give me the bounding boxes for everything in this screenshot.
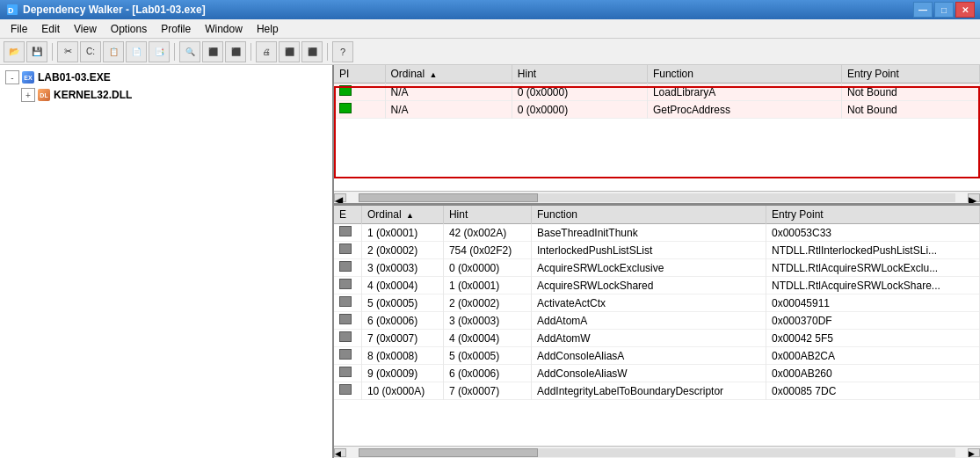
menu-window[interactable]: Window <box>198 19 250 38</box>
cell-function: InterlockedPushListSList <box>531 242 766 259</box>
tb-btn11[interactable]: ⬛ <box>301 41 323 62</box>
tb-sep1 <box>52 43 53 61</box>
cell-entry: NTDLL.RtlAcquireSRWLockShare... <box>766 277 979 294</box>
hscroll-left[interactable]: ◀ <box>334 193 346 202</box>
lower-table-row[interactable]: 3 (0x0003) 0 (0x0000) AcquireSRWLockExcl… <box>334 259 980 277</box>
tb-help[interactable]: ? <box>332 41 353 62</box>
col-hint-lower[interactable]: Hint <box>443 206 531 224</box>
tb-btn3[interactable]: 📋 <box>103 41 124 62</box>
hscroll-track[interactable] <box>359 193 955 202</box>
tb-open[interactable]: 📂 <box>4 41 25 62</box>
tb-print[interactable]: 🖨 <box>256 41 277 62</box>
cell-e <box>334 347 361 365</box>
lower-table-row[interactable]: 9 (0x0009) 6 (0x0006) AddConsoleAliasW 0… <box>334 365 980 382</box>
lower-hscroll-track[interactable] <box>359 448 955 457</box>
col-function[interactable]: Function <box>647 65 841 84</box>
lower-table-row[interactable]: 1 (0x0001) 42 (0x002A) BaseThreadInitThu… <box>334 224 980 242</box>
cell-function: AcquireSRWLockShared <box>531 277 766 294</box>
cell-hint: 0 (0x0000) <box>443 259 531 277</box>
maximize-button[interactable]: □ <box>934 2 954 18</box>
tb-zoom[interactable]: 🔍 <box>179 41 200 62</box>
lower-table-row[interactable]: 4 (0x0004) 1 (0x0001) AcquireSRWLockShar… <box>334 277 980 294</box>
upper-table-header: PI Ordinal ▲ Hint Function Entry Point <box>334 65 980 84</box>
tree-dll-icon: DL <box>37 88 51 102</box>
tb-sep4 <box>327 43 328 61</box>
menu-help[interactable]: Help <box>250 19 286 38</box>
pi-icon <box>339 85 352 96</box>
lower-table-row[interactable]: 10 (0x000A) 7 (0x0007) AddIntegrityLabel… <box>334 382 980 400</box>
minimize-button[interactable]: — <box>913 2 933 18</box>
hscroll-right[interactable]: ▶ <box>968 193 980 202</box>
tb-save[interactable]: 💾 <box>26 41 47 62</box>
menu-profile[interactable]: Profile <box>154 19 198 38</box>
tb-copy[interactable]: ✂ <box>57 41 78 62</box>
tree-expand-root[interactable]: - <box>5 70 19 84</box>
col-ordinal-lower[interactable]: Ordinal ▲ <box>361 206 443 224</box>
cell-pi <box>334 101 385 119</box>
cell-entry: 0x00045911 <box>766 294 979 312</box>
cell-e <box>334 294 361 312</box>
col-ordinal[interactable]: Ordinal ▲ <box>385 65 512 84</box>
cell-function: AddConsoleAliasA <box>531 347 766 365</box>
col-entry-point[interactable]: Entry Point <box>842 65 980 84</box>
tree-panel[interactable]: - EX LAB01-03.EXE + DL KERNEL32.DLL <box>0 65 334 458</box>
tree-expand-kernel32[interactable]: + <box>21 88 35 102</box>
tree-kernel32[interactable]: + DL KERNEL32.DLL <box>19 86 329 104</box>
lower-hscroll-left[interactable]: ◀ <box>334 448 346 457</box>
cell-hint: 7 (0x0007) <box>443 382 531 400</box>
tb-btn10[interactable]: ⬛ <box>279 41 300 62</box>
menu-file[interactable]: File <box>4 19 34 38</box>
upper-hscroll[interactable]: ◀ ▶ <box>334 191 980 203</box>
lower-hscroll[interactable]: ◀ ▶ <box>334 446 980 458</box>
menu-view[interactable]: View <box>67 19 104 38</box>
col-hint[interactable]: Hint <box>512 65 647 84</box>
menu-options[interactable]: Options <box>104 19 154 38</box>
menu-edit[interactable]: Edit <box>34 19 67 38</box>
lower-hscroll-thumb[interactable] <box>359 448 538 457</box>
cell-entry: 0x000AB260 <box>766 365 979 382</box>
col-entry-lower[interactable]: Entry Point <box>766 206 979 224</box>
col-e[interactable]: E <box>334 206 361 224</box>
cell-hint: 6 (0x0006) <box>443 365 531 382</box>
cell-function: AcquireSRWLockExclusive <box>531 259 766 277</box>
cell-hint: 754 (0x02F2) <box>443 242 531 259</box>
col-pi[interactable]: PI <box>334 65 385 84</box>
hscroll-thumb[interactable] <box>359 193 538 202</box>
lower-table-row[interactable]: 5 (0x0005) 2 (0x0002) ActivateActCtx 0x0… <box>334 294 980 312</box>
lower-table-row[interactable]: 7 (0x0007) 4 (0x0004) AddAtomW 0x00042 5… <box>334 330 980 347</box>
cell-ordinal: 5 (0x0005) <box>361 294 443 312</box>
cell-function: AddAtomW <box>531 330 766 347</box>
cell-pi <box>334 84 385 101</box>
lower-table-row[interactable]: 6 (0x0006) 3 (0x0003) AddAtomA 0x000370D… <box>334 312 980 330</box>
lower-table-container[interactable]: E Ordinal ▲ Hint Function Entry Point 1 … <box>334 206 980 446</box>
close-button[interactable]: ✕ <box>955 2 975 18</box>
e-icon <box>339 296 352 307</box>
e-icon <box>339 244 352 254</box>
imports-table: PI Ordinal ▲ Hint Function Entry Point N… <box>334 65 980 119</box>
tb-btn8[interactable]: ⬛ <box>225 41 246 62</box>
lower-table-row[interactable]: 8 (0x0008) 5 (0x0005) AddConsoleAliasA 0… <box>334 347 980 365</box>
tree-children: + DL KERNEL32.DLL <box>19 86 329 104</box>
col-function-lower[interactable]: Function <box>531 206 766 224</box>
cell-function: ActivateActCtx <box>531 294 766 312</box>
e-icon <box>339 384 352 395</box>
svg-text:D: D <box>8 6 14 15</box>
tb-btn7[interactable]: ⬛ <box>202 41 223 62</box>
cell-e <box>334 277 361 294</box>
tb-btn5[interactable]: 📑 <box>149 41 170 62</box>
cell-entry: 0x00053C33 <box>766 224 979 242</box>
upper-table-row[interactable]: N/A 0 (0x0000) GetProcAddress Not Bound <box>334 101 980 119</box>
cell-entry: NTDLL.RtlInterlockedPushListSLi... <box>766 242 979 259</box>
cell-ordinal: N/A <box>385 101 512 119</box>
cell-e <box>334 312 361 330</box>
upper-table-row[interactable]: N/A 0 (0x0000) LoadLibraryA Not Bound <box>334 84 980 101</box>
tree-root[interactable]: - EX LAB01-03.EXE <box>4 69 329 86</box>
cell-hint: 4 (0x0004) <box>443 330 531 347</box>
upper-table-container[interactable]: PI Ordinal ▲ Hint Function Entry Point N… <box>334 65 980 191</box>
cell-entry: Not Bound <box>842 84 980 101</box>
cell-e <box>334 224 361 242</box>
lower-hscroll-right[interactable]: ▶ <box>968 448 980 457</box>
lower-table-row[interactable]: 2 (0x0002) 754 (0x02F2) InterlockedPushL… <box>334 242 980 259</box>
tb-drive[interactable]: C: <box>80 41 101 62</box>
tb-btn4[interactable]: 📄 <box>126 41 147 62</box>
